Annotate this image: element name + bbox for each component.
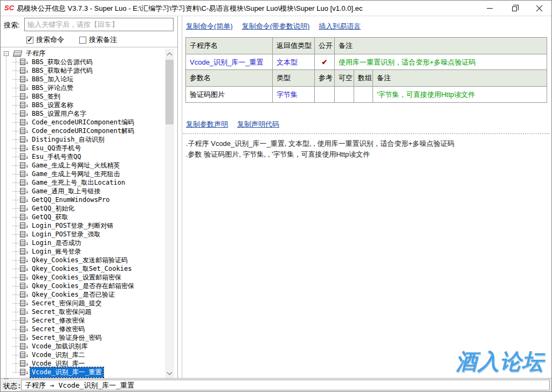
subroutine-doc-icon <box>20 274 25 281</box>
chevron-down-icon <box>167 370 172 375</box>
subroutine-doc-icon <box>20 179 25 186</box>
tree-item[interactable]: ↓ BBS_签到 <box>2 92 164 101</box>
command-table-header-row: 子程序名 返回值类型 公开 备注 <box>186 38 547 54</box>
subroutine-doc-icon <box>20 197 25 203</box>
subroutine-doc-icon <box>20 76 25 82</box>
search-input[interactable] <box>24 18 174 31</box>
subroutine-name-cell: Vcode_识别_库一_重置 <box>186 54 272 70</box>
tree-item[interactable]: ↓ BBS_评论点赞 <box>2 83 164 92</box>
tree-connector <box>12 286 19 286</box>
subroutine-doc-icon <box>20 283 25 289</box>
tree-item[interactable]: ↓ Esu_QQ查手机号 <box>2 144 164 152</box>
expand-icon[interactable]: + <box>4 379 9 380</box>
copy-param-declaration-link[interactable]: 复制参数声明 <box>186 120 228 129</box>
tree-connector <box>12 234 19 235</box>
restore-button[interactable] <box>502 1 527 16</box>
tree-connector <box>12 312 19 312</box>
tree-connector <box>12 338 19 338</box>
down-arrow-icon: ↓ <box>25 318 29 324</box>
parameter-table: 参数名 类型 参考 可空 数组 备注 验证码图片 字节集 '字节集，可直接使用H… <box>185 69 547 103</box>
collapse-icon[interactable]: - <box>4 51 9 56</box>
down-arrow-icon: ↓ <box>25 223 29 229</box>
tree-item[interactable]: ↓ Login_POST登录_强取 <box>2 230 164 239</box>
subroutine-doc-icon <box>20 317 25 324</box>
column-header: 返回值类型 <box>272 38 314 54</box>
tree-item[interactable]: ↓ BBS_加入论坛 <box>2 75 164 83</box>
tree-connector <box>12 217 19 218</box>
checkbox-icon[interactable] <box>26 37 33 44</box>
search-label: 搜索: <box>4 20 20 30</box>
param-byref-cell <box>314 87 334 102</box>
down-arrow-icon: ↓ <box>25 171 29 177</box>
subroutine-doc-icon <box>20 110 25 117</box>
tree-connector <box>12 139 19 140</box>
copy-command-simple-link[interactable]: 复制命令(简单) <box>186 22 233 31</box>
panel-splitter[interactable] <box>177 16 178 379</box>
scroll-down-button[interactable] <box>165 369 174 379</box>
title-bar[interactable]: SC 易模块公开信息 V3.7.3 - Super Luo - E:\汇编学习\… <box>1 1 551 16</box>
checkbox-search-command[interactable]: 搜索命令 <box>26 35 64 45</box>
checkbox-icon[interactable] <box>79 37 86 44</box>
down-arrow-icon: ↓ <box>25 214 29 220</box>
param-nullable-cell <box>334 87 354 102</box>
subroutine-doc-icon <box>20 265 25 272</box>
tree-scrollbar[interactable] <box>165 49 174 379</box>
down-arrow-icon: ↓ <box>25 197 29 203</box>
checkbox-label: 搜索备注 <box>89 35 117 45</box>
subroutine-doc-icon <box>20 59 25 65</box>
tree-connector <box>12 79 19 80</box>
subroutine-doc-icon <box>20 102 25 108</box>
copy-command-params-link[interactable]: 复制命令(带参数说明) <box>242 22 310 31</box>
down-arrow-icon: ↓ <box>25 232 29 237</box>
tree-connector <box>12 114 19 114</box>
left-panel-divider <box>1 47 177 47</box>
down-arrow-icon: ↓ <box>25 59 29 65</box>
tree-connector <box>12 200 19 200</box>
checkbox-search-remark[interactable]: 搜索备注 <box>79 35 117 45</box>
down-arrow-icon: ↓ <box>25 188 29 194</box>
status-value: 子程序 → Vcode_识别_库一_重置 <box>21 380 550 390</box>
copy-declaration-code-link[interactable]: 复制声明代码 <box>237 120 279 129</box>
subroutine-doc-icon <box>20 257 25 263</box>
scrollbar-thumb[interactable] <box>165 60 174 124</box>
subroutine-doc-icon <box>20 248 25 255</box>
scroll-up-button[interactable] <box>165 49 174 58</box>
tree-connector <box>12 131 19 131</box>
column-header: 数组 <box>354 70 372 86</box>
tree-item[interactable]: ↓ GetQQ_初始化 <box>2 204 164 213</box>
down-arrow-icon: ↓ <box>25 94 29 100</box>
down-arrow-icon: ↓ <box>25 111 29 117</box>
tree-item[interactable]: ↓ BBS_获取帖子源代码 <box>2 66 164 75</box>
parameter-table-row[interactable]: 验证码图片 字节集 '字节集，可直接使用Http读文件 <box>186 86 547 102</box>
subroutine-doc-icon <box>20 162 25 169</box>
insert-to-elang-link[interactable]: 插入到易语言 <box>319 22 361 31</box>
close-button[interactable] <box>527 1 551 16</box>
down-arrow-icon: ↓ <box>25 352 29 358</box>
module-stack-icon <box>13 51 22 57</box>
search-options: 搜索命令 搜索备注 <box>26 35 117 45</box>
subroutine-doc-icon <box>20 93 25 100</box>
tree-item[interactable]: ↓ GetQQ_EnumWindowsPro <box>2 195 164 204</box>
subroutine-tree[interactable]: - 子程序 ↓ BBS_获取公告源代码 ↓ BBS_获取帖子源代码 ↓ BBS_… <box>2 49 164 379</box>
down-arrow-icon: ↓ <box>25 163 29 169</box>
command-table-row[interactable]: Vcode_识别_库一_重置 文本型 ✔ 使用库一重置识别，适合变形+多噪点验证… <box>186 54 547 70</box>
down-arrow-icon: ↓ <box>25 257 29 263</box>
subroutine-doc-icon <box>20 369 25 375</box>
tree-connector <box>12 226 19 226</box>
down-arrow-icon: ↓ <box>25 76 29 82</box>
status-bar: 状态: 子程序 → Vcode_识别_库一_重置 <box>1 378 551 391</box>
subroutine-doc-icon <box>20 128 25 134</box>
code-line-subroutine: .子程序 Vcode_识别_库一_重置, 文本型, , 使用库一重置识别，适合变… <box>186 138 548 149</box>
subroutine-doc-icon <box>20 300 25 306</box>
down-arrow-icon: ↓ <box>25 180 29 186</box>
code-line-parameter: .参数 验证码图片, 字节集, , '字节集，可直接使用Http读文件 <box>186 149 548 160</box>
tree-item[interactable]: ↓ Login_是否成功 <box>2 239 164 247</box>
tree-item-label[interactable]: Game_通用_取上号链接 <box>30 186 102 197</box>
column-header: 类型 <box>272 70 314 86</box>
tree-connector <box>12 88 19 88</box>
minimize-button[interactable] <box>477 1 502 16</box>
tree-item[interactable]: ↓ Distinguish_自动识别 <box>2 135 164 144</box>
tree-item[interactable]: ↓ Game_通用_取上号链接 <box>2 187 164 195</box>
param-name-cell: 验证码图片 <box>186 87 272 102</box>
tree-connector <box>12 269 19 269</box>
